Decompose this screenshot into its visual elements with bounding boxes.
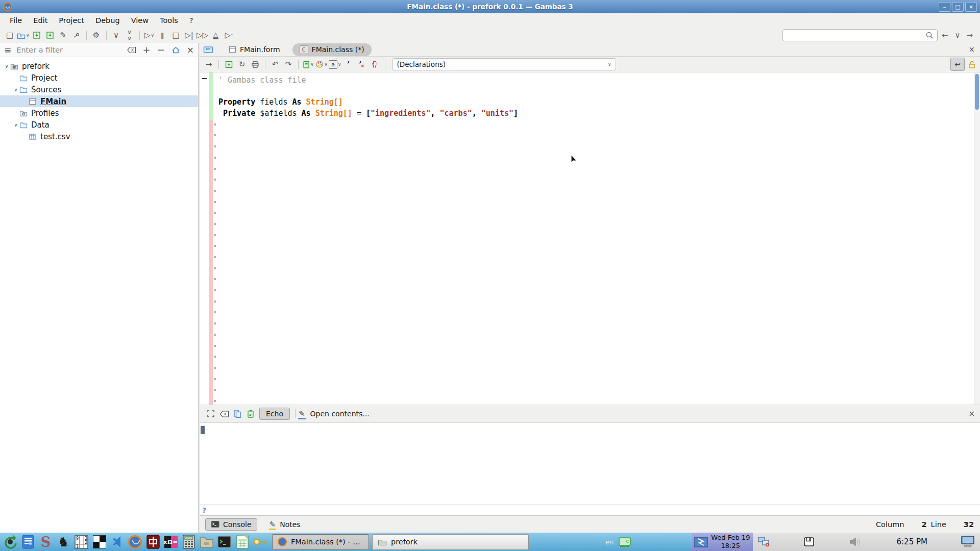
tree-item-project[interactable]: Project bbox=[0, 72, 198, 84]
taskbar-app-calculator-icon[interactable] bbox=[180, 534, 197, 550]
breakpoint-hand-icon[interactable] bbox=[369, 58, 381, 70]
file-drawer-icon[interactable] bbox=[203, 45, 213, 54]
tree-item-fmain[interactable]: FMain bbox=[0, 95, 198, 107]
print-icon[interactable] bbox=[249, 58, 261, 70]
taskbar-app-sudoku-icon[interactable]: 9321 bbox=[73, 534, 90, 550]
chevron-down-icon[interactable]: ∨ bbox=[3, 64, 10, 69]
disk-mount-icon[interactable] bbox=[618, 536, 632, 548]
paste-special-icon[interactable]: ∨ bbox=[302, 58, 314, 70]
filter-clear-icon[interactable] bbox=[127, 46, 136, 54]
filter-close-icon[interactable]: × bbox=[187, 45, 194, 55]
taskbar-app-keyring-icon[interactable] bbox=[252, 534, 268, 550]
filter-input[interactable]: Enter a filter bbox=[16, 46, 63, 54]
menu-tools[interactable]: Tools bbox=[154, 15, 184, 26]
uncomment-icon[interactable]: ’× bbox=[356, 58, 368, 70]
taskbar-app-chinese-input-icon[interactable] bbox=[144, 534, 161, 550]
compile-all-icon[interactable]: ∨∨ bbox=[124, 29, 136, 41]
comment-icon[interactable]: ’ bbox=[342, 58, 355, 70]
code-editor[interactable]: − ' Gambas class fileProperty fields As … bbox=[200, 72, 980, 405]
clock-block[interactable]: Wed Feb 19 18:25 bbox=[692, 533, 753, 551]
minimize-button[interactable]: – bbox=[939, 2, 950, 12]
taskbar-app-terminal-icon[interactable] bbox=[216, 534, 233, 550]
editor-scrollbar[interactable] bbox=[974, 72, 980, 405]
chevron-down-icon[interactable]: ∨ bbox=[12, 87, 19, 92]
taskbar-app-session-restore-icon[interactable] bbox=[2, 534, 18, 550]
close-tab-icon[interactable]: × bbox=[968, 45, 975, 54]
pause-icon[interactable]: ‖ bbox=[157, 29, 169, 41]
format-palette-icon[interactable]: ∨ bbox=[315, 58, 328, 70]
taskbar-app-vscode-icon[interactable] bbox=[109, 534, 126, 550]
wrap-toggle-icon[interactable]: ↩ bbox=[950, 58, 965, 71]
taskbar-clock[interactable]: Wed Feb 19 18:25 bbox=[711, 534, 750, 550]
console-paste-icon[interactable] bbox=[244, 408, 257, 420]
edit-contents-icon[interactable]: ✎ bbox=[299, 409, 305, 418]
volume-icon[interactable] bbox=[849, 536, 863, 548]
menu-project[interactable]: Project bbox=[53, 15, 90, 26]
collapse-all-icon[interactable]: − bbox=[157, 44, 165, 55]
console-tab-button[interactable]: Console bbox=[205, 518, 257, 531]
taskbar-window-fmain[interactable]: FMain.class (*) - pref... bbox=[272, 534, 369, 550]
undo-icon[interactable]: ↶ bbox=[269, 58, 281, 70]
menu-file[interactable]: File bbox=[4, 15, 28, 26]
open-project-icon[interactable]: ∨ bbox=[17, 29, 30, 41]
nav-history-icon[interactable]: ∨ bbox=[951, 31, 963, 40]
console-expand-icon[interactable] bbox=[205, 408, 217, 420]
edit-pencil-icon[interactable]: ✎ bbox=[57, 29, 69, 41]
nav-back-icon[interactable]: ← bbox=[939, 31, 951, 40]
taskbar-app-chess-icon[interactable]: ♞ bbox=[55, 534, 72, 550]
step-into-icon[interactable]: ▷| bbox=[183, 29, 195, 41]
finish-icon[interactable]: △ bbox=[210, 29, 222, 41]
notes-tab-button[interactable]: ✎ Notes bbox=[264, 518, 306, 531]
save-icon[interactable] bbox=[31, 29, 43, 41]
display-settings-icon[interactable] bbox=[961, 535, 975, 548]
taskbar-window-prefork[interactable]: prefork bbox=[372, 534, 529, 550]
close-button[interactable]: × bbox=[965, 2, 977, 12]
new-file-icon[interactable]: □ bbox=[4, 29, 16, 41]
tree-item-profiles[interactable]: Profiles bbox=[0, 107, 198, 119]
compile-icon[interactable]: ∨ bbox=[110, 29, 122, 41]
run-icon[interactable]: ▷∨ bbox=[143, 29, 156, 41]
taskbar-app-file-manager-icon[interactable] bbox=[198, 534, 215, 550]
properties-icon[interactable] bbox=[70, 29, 83, 41]
menu-help[interactable]: ? bbox=[184, 15, 199, 26]
settings-gear-icon[interactable]: ⚙ bbox=[90, 29, 103, 41]
taskbar-app-math-tool-icon[interactable]: xΩ= bbox=[162, 534, 179, 550]
scrollbar-thumb[interactable] bbox=[975, 74, 979, 110]
taskbar-app-writer-icon[interactable] bbox=[19, 534, 36, 550]
workspace-switcher-icon[interactable] bbox=[694, 537, 708, 547]
tree-item-prefork[interactable]: ∨prefork bbox=[0, 60, 198, 72]
tab-fmain-class[interactable]: C FMain.class (*) bbox=[292, 43, 372, 56]
home-icon[interactable] bbox=[172, 46, 180, 54]
echo-toggle-button[interactable]: Echo bbox=[259, 408, 290, 420]
editor-save-icon[interactable] bbox=[223, 58, 235, 70]
network-status-icon[interactable] bbox=[758, 536, 770, 547]
console-copy-icon[interactable] bbox=[231, 408, 243, 420]
menu-debug[interactable]: Debug bbox=[90, 15, 126, 26]
tab-fmain-form[interactable]: FMain.form bbox=[222, 43, 287, 56]
taskbar-app-gambas-ide-icon[interactable] bbox=[127, 534, 143, 550]
console-prompt-row[interactable]: ? bbox=[200, 505, 980, 515]
search-input[interactable] bbox=[782, 29, 938, 41]
step-over-icon[interactable]: ▷▷ bbox=[197, 29, 209, 41]
taskbar-app-calc-spreadsheet-icon[interactable] bbox=[234, 534, 251, 550]
open-contents-label[interactable]: Open contents... bbox=[310, 410, 370, 418]
tray-clock[interactable]: 6:25 PM bbox=[897, 537, 927, 546]
save-all-icon[interactable] bbox=[44, 29, 56, 41]
text-format-icon[interactable]: a ∨ bbox=[329, 58, 341, 70]
console-close-icon[interactable]: × bbox=[968, 409, 975, 418]
taskbar-app-sigil-icon[interactable]: S bbox=[37, 534, 54, 550]
console-output[interactable] bbox=[200, 422, 980, 505]
taskbar-app-checkers-icon[interactable] bbox=[91, 534, 108, 550]
expand-all-icon[interactable]: + bbox=[143, 44, 151, 55]
goto-icon[interactable]: → bbox=[203, 58, 215, 70]
nav-forward-icon[interactable]: → bbox=[963, 31, 976, 40]
redo-icon[interactable]: ↷ bbox=[282, 58, 295, 70]
lock-icon[interactable] bbox=[968, 60, 976, 69]
run-until-icon[interactable]: ▷· bbox=[223, 29, 235, 41]
console-clear-icon[interactable] bbox=[218, 408, 230, 420]
maximize-button[interactable]: □ bbox=[952, 2, 964, 12]
tree-item-data[interactable]: ∨Data bbox=[0, 119, 198, 131]
tree-item-sources[interactable]: ∨Sources bbox=[0, 84, 198, 95]
card-reader-icon[interactable] bbox=[803, 536, 816, 547]
menu-view[interactable]: View bbox=[126, 15, 154, 26]
